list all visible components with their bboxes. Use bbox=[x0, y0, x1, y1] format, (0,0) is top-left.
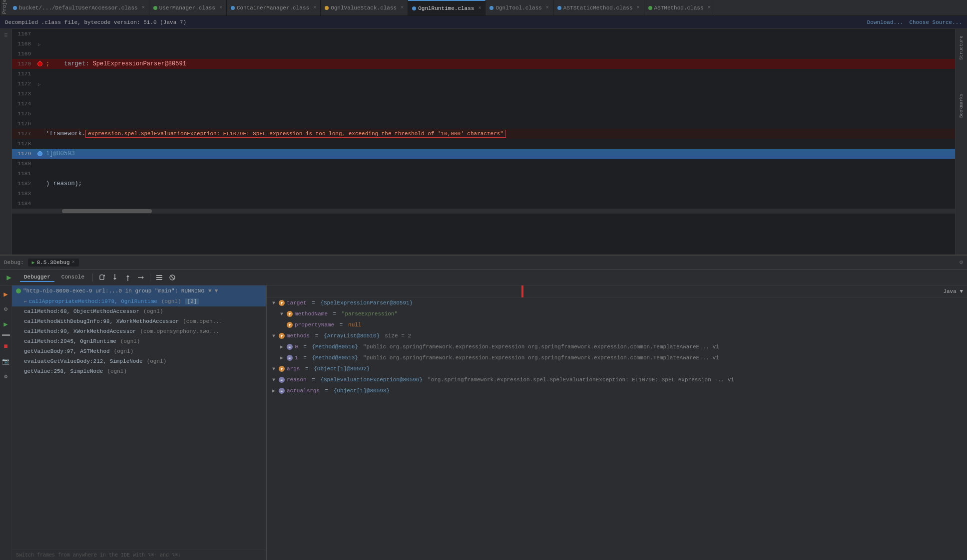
frame-row-0[interactable]: ↩ callAppropriateMethod:1978, OgnlRuntim… bbox=[12, 296, 266, 306]
frame-method: getValueBody:97, ASTMethod bbox=[24, 348, 110, 354]
var-type-icon: ≡ bbox=[279, 377, 285, 383]
expand-icon[interactable]: ▼ bbox=[271, 333, 277, 339]
tab-container-manager[interactable]: ContainerManager.class × bbox=[227, 0, 321, 16]
var-row-property-name[interactable]: f propertyName = null bbox=[267, 319, 967, 330]
expand-icon[interactable]: ▶ bbox=[279, 344, 285, 350]
var-name: methods bbox=[287, 333, 310, 339]
var-comment: "public org.springframework.expression.E… bbox=[363, 344, 719, 350]
tab-ognl-runtime[interactable]: OgnlRuntime.class × bbox=[408, 0, 485, 16]
line-number: 1176 bbox=[12, 121, 36, 127]
frame-row-2[interactable]: callMethodWithDebugInfo:98, XWorkMethodA… bbox=[12, 316, 266, 326]
var-row-actual-args[interactable]: ▶ ≡ actualArgs = {Object[1]@80593} bbox=[267, 385, 967, 396]
project-label: Project bbox=[0, 0, 9, 16]
frame-row-5[interactable]: getValueBody:97, ASTMethod (ognl) bbox=[12, 346, 266, 356]
tab-console[interactable]: Console bbox=[57, 273, 88, 282]
expand-icon[interactable]: ▼ bbox=[271, 377, 277, 383]
thread-label: "http-nio-8090-exec-9 url:...0 in group … bbox=[23, 288, 204, 294]
tab-default-user-accessor[interactable]: bucket/.../DefaultUserAccessor.class × bbox=[9, 0, 149, 16]
code-line-1178: 1178 bbox=[12, 139, 955, 149]
bookmarks-icon[interactable]: Bookmarks bbox=[957, 91, 966, 121]
debug-left-icons: ▶ ⚙ ▶ ■ 📷 ⚙ bbox=[0, 285, 12, 560]
breakpoints-button[interactable] bbox=[154, 273, 164, 282]
red-stop-icon[interactable]: ■ bbox=[1, 342, 10, 351]
close-icon[interactable]: × bbox=[636, 5, 639, 10]
code-line-1177: 1177 'framework.expression.spel.SpelEval… bbox=[12, 129, 955, 139]
tab-debugger[interactable]: Debugger bbox=[20, 273, 54, 282]
debug-icon-4[interactable] bbox=[2, 334, 10, 336]
dropdown-icon[interactable]: ▼ bbox=[215, 288, 218, 294]
tab-ognl-tool[interactable]: OgnlTool.class × bbox=[485, 0, 553, 16]
sidebar-icon-1[interactable]: ≡ bbox=[1, 31, 10, 40]
debug-icon-settings[interactable]: ⚙ bbox=[1, 372, 10, 381]
var-type-icon: f bbox=[279, 366, 285, 372]
breakpoint-marker[interactable] bbox=[37, 61, 42, 66]
var-row-args[interactable]: ▼ f args = {Object[1]@80592} bbox=[267, 363, 967, 374]
fold-arrow[interactable]: ▷ bbox=[38, 42, 42, 46]
var-row-target[interactable]: ▼ f target = {SpelExpressionParser@80591… bbox=[267, 297, 967, 308]
code-line-1173: 1173 bbox=[12, 89, 955, 99]
java-lang-selector[interactable]: Java ▼ bbox=[943, 288, 963, 294]
close-icon[interactable]: × bbox=[72, 260, 75, 265]
orange-arrow-icon[interactable]: ▶ bbox=[1, 289, 10, 298]
resume-button[interactable]: ▶ bbox=[4, 273, 14, 282]
var-name: 1 bbox=[295, 355, 298, 361]
frame-row-4[interactable]: callMethod:2045, OgnlRuntime (ognl) bbox=[12, 336, 266, 346]
var-row-methods[interactable]: ▼ f methods = {ArrayList@80510} size = 2 bbox=[267, 330, 967, 341]
tab-ast-static-method[interactable]: ASTStaticMethod.class × bbox=[553, 0, 644, 16]
close-icon[interactable]: × bbox=[219, 5, 222, 10]
horizontal-scrollbar[interactable] bbox=[12, 209, 955, 214]
scrollbar-thumb[interactable] bbox=[62, 209, 152, 213]
var-size: size = 2 bbox=[385, 333, 411, 339]
step-out-button[interactable] bbox=[123, 273, 133, 282]
close-icon[interactable]: × bbox=[401, 5, 404, 10]
code-token: SpelExpressionParser@80591 bbox=[93, 60, 186, 67]
breakpoint-marker-blue[interactable] bbox=[37, 151, 42, 156]
frame-row-6[interactable]: evaluateGetValueBody:212, SimpleNode (og… bbox=[12, 356, 266, 366]
download-link[interactable]: Download... bbox=[867, 19, 904, 25]
frame-method: evaluateGetValueBody:212, SimpleNode bbox=[24, 358, 143, 364]
frame-method: callAppropriateMethod:1978, OgnlRuntime bbox=[28, 298, 157, 304]
expand-icon[interactable]: ▼ bbox=[271, 300, 277, 306]
var-row-0[interactable]: ▶ ≡ 0 = {Method@80516} "public org.sprin… bbox=[267, 341, 967, 352]
debug-icon-camera[interactable]: 📷 bbox=[1, 357, 10, 366]
thread-row[interactable]: "http-nio-8090-exec-9 url:...0 in group … bbox=[12, 285, 266, 296]
mute-breakpoints-button[interactable] bbox=[167, 273, 177, 282]
expand-icon[interactable]: ▶ bbox=[271, 388, 277, 394]
expand-icon[interactable]: ▼ bbox=[279, 311, 285, 317]
expand-icon[interactable]: ▶ bbox=[279, 355, 285, 361]
expand-icon[interactable]: ▼ bbox=[271, 366, 277, 372]
var-row-reason[interactable]: ▼ ≡ reason = {SpelEvaluationException@80… bbox=[267, 374, 967, 385]
var-type-icon: f bbox=[279, 333, 285, 339]
run-to-cursor-button[interactable] bbox=[136, 273, 146, 282]
tab-ognl-value-stack[interactable]: OgnlValueStack.class × bbox=[321, 0, 408, 16]
var-value: {Object[1]@80592} bbox=[314, 366, 370, 372]
frame-row-1[interactable]: callMethod:68, ObjectMethodAccessor (ogn… bbox=[12, 306, 266, 316]
green-play-icon[interactable]: ▶ bbox=[1, 319, 10, 328]
tab-label: ASTStaticMethod.class bbox=[563, 5, 633, 11]
fold-arrow[interactable]: ▷ bbox=[38, 82, 42, 86]
settings-icon[interactable]: ⚙ bbox=[960, 259, 963, 266]
separator bbox=[150, 274, 150, 281]
tab-label: OgnlValueStack.class bbox=[331, 5, 397, 11]
filter-icon[interactable]: ▼ bbox=[208, 288, 212, 294]
code-line-1171: 1171 bbox=[12, 69, 955, 79]
step-over-button[interactable] bbox=[97, 273, 107, 282]
debug-session-tab[interactable]: ▶ 8.5.3Debug × bbox=[28, 259, 79, 267]
frame-row-7[interactable]: getValue:258, SimpleNode (ognl) bbox=[12, 366, 266, 376]
step-into-button[interactable] bbox=[110, 273, 120, 282]
tab-ast-method[interactable]: ASTMethod.class × bbox=[644, 0, 715, 16]
close-icon[interactable]: × bbox=[546, 5, 549, 10]
var-value: {Method@80516} bbox=[312, 344, 358, 350]
debug-icon-2[interactable]: ⚙ bbox=[1, 304, 10, 313]
close-icon[interactable]: × bbox=[478, 5, 481, 11]
frame-row-3[interactable]: callMethod:90, XWorkMethodAccessor (com.… bbox=[12, 326, 266, 336]
close-icon[interactable]: × bbox=[142, 5, 145, 10]
line-number: 1172 bbox=[12, 81, 36, 87]
structure-icon[interactable]: Structure bbox=[957, 33, 966, 63]
tab-user-manager[interactable]: UserManager.class × bbox=[149, 0, 227, 16]
close-icon[interactable]: × bbox=[708, 5, 711, 10]
close-icon[interactable]: × bbox=[313, 5, 316, 10]
choose-source-link[interactable]: Choose Source... bbox=[909, 19, 962, 25]
var-row-method-name[interactable]: ▼ f methodName = "parseExpression" bbox=[267, 308, 967, 319]
var-row-1[interactable]: ▶ ≡ 1 = {Method@80513} "public org.sprin… bbox=[267, 352, 967, 363]
